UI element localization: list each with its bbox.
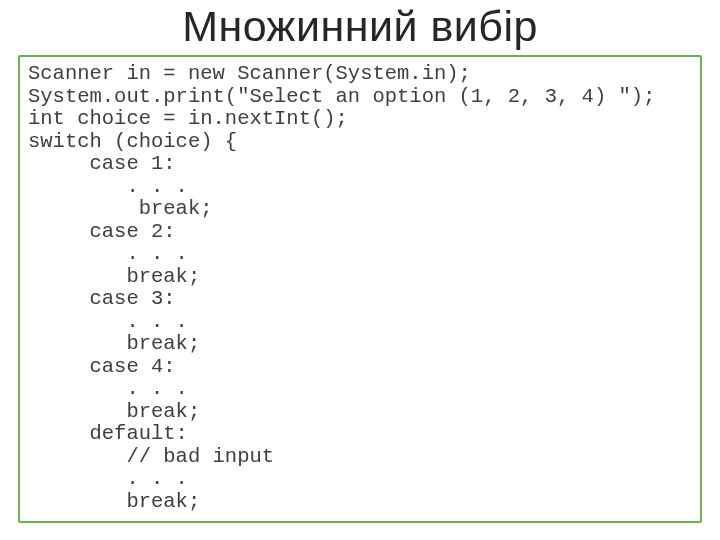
slide-title: Множинний вибір — [18, 0, 702, 55]
slide: Множинний вибір Scanner in = new Scanner… — [0, 0, 720, 540]
code-container: Scanner in = new Scanner(System.in); Sys… — [18, 55, 702, 523]
code-block: Scanner in = new Scanner(System.in); Sys… — [28, 63, 692, 513]
